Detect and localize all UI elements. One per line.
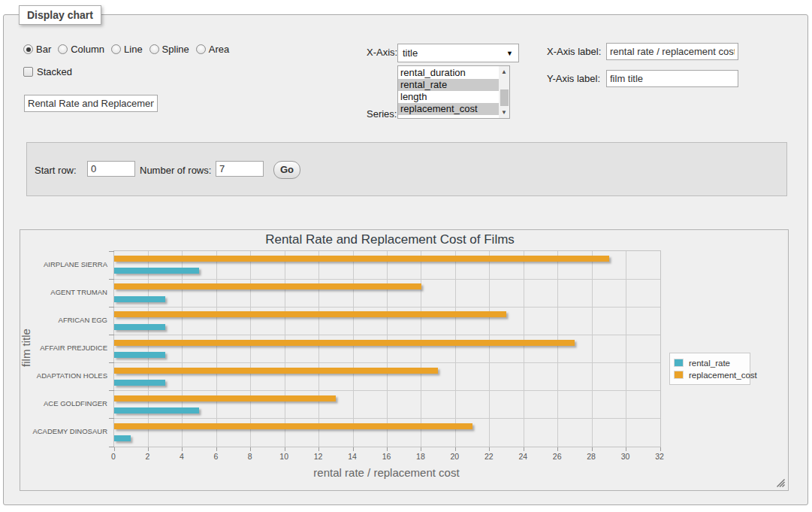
gridline-horizontal [114,307,660,308]
x-axis-tick [114,447,115,451]
bar-rental_rate [114,435,131,441]
category-label: ACADEMY DINOSAUR [0,427,107,435]
bar-rental_rate [114,352,165,358]
gridline-vertical [524,251,524,447]
x-axis-tick [285,447,285,451]
chart-container: Rental Rate and Replacement Cost of Film… [20,229,789,491]
x-axis-tick [557,447,558,451]
x-axis-tick-label: 22 [474,452,504,461]
scroll-down-icon[interactable]: ▼ [499,107,509,118]
x-axis-tick [489,447,490,451]
gridline-vertical [250,251,251,447]
chart-type-radio-area[interactable] [196,44,206,54]
stacked-label: Stacked [37,66,72,77]
y-axis-tick [109,251,114,252]
legend-label: replacement_cost [689,371,757,380]
gridline-vertical [421,251,421,447]
x-axis-tick [216,447,217,451]
chart-title-input[interactable] [24,95,158,112]
bar-replacement_cost [114,368,438,374]
go-button[interactable]: Go [273,161,300,179]
x-axis-tick-label: 14 [337,452,367,461]
chart-type-radio-spline[interactable] [149,44,159,54]
series-scrollbar[interactable]: ▲ ▼ [499,66,509,118]
chart-legend: rental_ratereplacement_cost [669,353,750,385]
bar-rental_rate [114,296,165,302]
x-axis-tick [250,447,251,451]
scrollbar-thumb[interactable] [500,89,509,106]
number-of-rows-label: Number of rows: [140,165,211,176]
stacked-checkbox-row: Stacked [23,66,72,77]
resize-grip-icon[interactable] [777,479,785,487]
legend-swatch-replacement_cost [674,371,684,379]
bar-replacement_cost [114,256,609,262]
bar-rental_rate [114,407,199,414]
page: Display chart BarColumnLineSplineArea St… [0,0,812,512]
chart-title: Rental Rate and Replacement Cost of Film… [20,232,759,247]
y-axis-tick [109,418,114,419]
gridline-vertical [626,251,626,447]
x-axis-tick [660,447,661,451]
gridline-vertical [318,251,319,447]
x-axis-tick-label: 28 [576,452,606,461]
x-axis-tick-label: 30 [611,452,641,461]
chart-type-radio-column[interactable] [58,44,68,54]
stacked-checkbox[interactable] [23,67,33,77]
gridline-vertical [387,251,388,447]
x-axis-tick [182,447,183,451]
y-axis-label-input[interactable] [606,70,738,87]
series-option-rental_rate[interactable]: rental_rate [398,79,499,91]
category-label: AGENT TRUMAN [0,288,107,296]
number-of-rows-input[interactable] [216,161,264,177]
x-axis-tick-label: 2 [132,452,162,461]
category-label: AIRPLANE SIERRA [0,260,107,268]
bar-replacement_cost [114,311,506,317]
bar-rental_rate [114,380,165,386]
x-axis-tick [524,447,524,451]
x-axis-label-input[interactable] [606,43,738,60]
fieldset-legend: Display chart [19,5,101,25]
x-axis-tick-label: 12 [303,452,334,461]
category-label: ACE GOLDFINGER [0,399,107,407]
bar-replacement_cost [114,395,336,401]
x-axis-tick-label: 16 [372,452,402,461]
series-option-replacement_cost[interactable]: replacement_cost [398,103,499,115]
x-axis-tick [353,447,354,451]
category-label: AFRICAN EGG [0,316,107,324]
category-label: ADAPTATION HOLES [0,371,107,380]
chart-type-radio-line[interactable] [111,44,121,54]
gridline-vertical [182,251,183,447]
chart-type-label-spline: Spline [162,44,189,55]
series-option-length[interactable]: length [398,91,499,103]
x-axis-tick-label: 4 [167,452,197,461]
series-option-rental_duration[interactable]: rental_duration [398,67,499,79]
x-axis-tick-label: 18 [406,452,436,461]
x-axis-tick [318,447,319,451]
bar-rental_rate [114,268,199,274]
legend-item: rental_rate [674,357,747,368]
series-label: Series: [367,108,397,120]
gridline-vertical [285,251,285,447]
x-axis-tick-label: 32 [644,452,675,461]
gridline-vertical [353,251,354,447]
scroll-up-icon[interactable]: ▲ [499,66,509,77]
x-axis-select[interactable]: title ▼ [397,44,519,62]
y-axis-tick [109,279,114,280]
y-axis-tick [109,335,114,335]
gridline-horizontal [114,362,660,363]
legend-item: replacement_cost [674,369,747,380]
x-axis-tick-label: 24 [508,452,538,461]
bar-replacement_cost [114,340,575,346]
series-multiselect[interactable]: rental_durationrental_ratelengthreplacem… [397,65,510,119]
chart-type-label-bar: Bar [36,44,51,55]
start-row-input[interactable] [87,161,135,177]
x-axis-label: X-Axis: [367,47,397,58]
x-axis-tick [421,447,421,451]
y-axis-label-caption: Y-Axis label: [547,73,600,84]
gridline-horizontal [114,418,660,419]
x-axis-tick [455,447,456,451]
chart-type-radio-bar[interactable] [23,44,33,54]
y-axis-tick [109,390,114,391]
y-axis-title: film title [20,311,32,386]
row-range-panel: Start row: Number of rows: Go [26,142,787,196]
